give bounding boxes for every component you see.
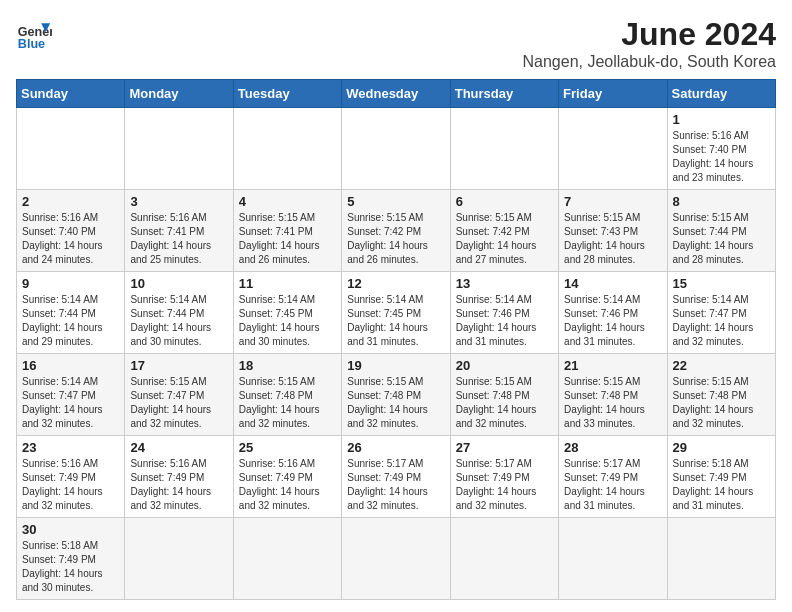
day-number: 21 [564, 358, 661, 373]
day-info: Sunrise: 5:16 AM Sunset: 7:40 PM Dayligh… [22, 211, 119, 267]
day-info: Sunrise: 5:18 AM Sunset: 7:49 PM Dayligh… [673, 457, 770, 513]
day-info: Sunrise: 5:15 AM Sunset: 7:48 PM Dayligh… [564, 375, 661, 431]
title-area: June 2024 Nangen, Jeollabuk-do, South Ko… [522, 16, 776, 71]
day-number: 6 [456, 194, 553, 209]
day-number: 4 [239, 194, 336, 209]
calendar-day-cell: 18Sunrise: 5:15 AM Sunset: 7:48 PM Dayli… [233, 354, 341, 436]
calendar-day-cell: 24Sunrise: 5:16 AM Sunset: 7:49 PM Dayli… [125, 436, 233, 518]
day-info: Sunrise: 5:16 AM Sunset: 7:49 PM Dayligh… [130, 457, 227, 513]
calendar-day-cell: 9Sunrise: 5:14 AM Sunset: 7:44 PM Daylig… [17, 272, 125, 354]
day-number: 28 [564, 440, 661, 455]
calendar-day-cell: 14Sunrise: 5:14 AM Sunset: 7:46 PM Dayli… [559, 272, 667, 354]
day-number: 26 [347, 440, 444, 455]
day-number: 22 [673, 358, 770, 373]
day-number: 25 [239, 440, 336, 455]
calendar-day-cell: 26Sunrise: 5:17 AM Sunset: 7:49 PM Dayli… [342, 436, 450, 518]
calendar-day-cell: 4Sunrise: 5:15 AM Sunset: 7:41 PM Daylig… [233, 190, 341, 272]
calendar-day-cell: 12Sunrise: 5:14 AM Sunset: 7:45 PM Dayli… [342, 272, 450, 354]
day-info: Sunrise: 5:16 AM Sunset: 7:41 PM Dayligh… [130, 211, 227, 267]
day-info: Sunrise: 5:15 AM Sunset: 7:48 PM Dayligh… [673, 375, 770, 431]
calendar-table: SundayMondayTuesdayWednesdayThursdayFrid… [16, 79, 776, 600]
day-number: 29 [673, 440, 770, 455]
logo: General Blue [16, 16, 52, 52]
calendar-day-cell: 6Sunrise: 5:15 AM Sunset: 7:42 PM Daylig… [450, 190, 558, 272]
day-number: 1 [673, 112, 770, 127]
main-title: June 2024 [522, 16, 776, 53]
day-info: Sunrise: 5:15 AM Sunset: 7:44 PM Dayligh… [673, 211, 770, 267]
calendar-day-cell [233, 518, 341, 600]
calendar-day-cell [559, 518, 667, 600]
day-number: 3 [130, 194, 227, 209]
day-number: 20 [456, 358, 553, 373]
day-info: Sunrise: 5:15 AM Sunset: 7:48 PM Dayligh… [456, 375, 553, 431]
day-info: Sunrise: 5:14 AM Sunset: 7:44 PM Dayligh… [22, 293, 119, 349]
day-info: Sunrise: 5:14 AM Sunset: 7:46 PM Dayligh… [456, 293, 553, 349]
weekday-header-row: SundayMondayTuesdayWednesdayThursdayFrid… [17, 80, 776, 108]
day-info: Sunrise: 5:14 AM Sunset: 7:46 PM Dayligh… [564, 293, 661, 349]
day-info: Sunrise: 5:16 AM Sunset: 7:40 PM Dayligh… [673, 129, 770, 185]
calendar-day-cell: 13Sunrise: 5:14 AM Sunset: 7:46 PM Dayli… [450, 272, 558, 354]
day-info: Sunrise: 5:16 AM Sunset: 7:49 PM Dayligh… [239, 457, 336, 513]
calendar-day-cell: 19Sunrise: 5:15 AM Sunset: 7:48 PM Dayli… [342, 354, 450, 436]
day-info: Sunrise: 5:15 AM Sunset: 7:42 PM Dayligh… [456, 211, 553, 267]
day-info: Sunrise: 5:15 AM Sunset: 7:48 PM Dayligh… [347, 375, 444, 431]
calendar-day-cell: 21Sunrise: 5:15 AM Sunset: 7:48 PM Dayli… [559, 354, 667, 436]
day-info: Sunrise: 5:14 AM Sunset: 7:47 PM Dayligh… [673, 293, 770, 349]
logo-icon: General Blue [16, 16, 52, 52]
weekday-header-thursday: Thursday [450, 80, 558, 108]
calendar-day-cell [17, 108, 125, 190]
day-number: 24 [130, 440, 227, 455]
calendar-day-cell: 11Sunrise: 5:14 AM Sunset: 7:45 PM Dayli… [233, 272, 341, 354]
day-info: Sunrise: 5:18 AM Sunset: 7:49 PM Dayligh… [22, 539, 119, 595]
day-number: 18 [239, 358, 336, 373]
calendar-week-0: 1Sunrise: 5:16 AM Sunset: 7:40 PM Daylig… [17, 108, 776, 190]
weekday-header-sunday: Sunday [17, 80, 125, 108]
weekday-header-saturday: Saturday [667, 80, 775, 108]
calendar-day-cell: 8Sunrise: 5:15 AM Sunset: 7:44 PM Daylig… [667, 190, 775, 272]
day-number: 10 [130, 276, 227, 291]
day-info: Sunrise: 5:15 AM Sunset: 7:48 PM Dayligh… [239, 375, 336, 431]
day-number: 17 [130, 358, 227, 373]
weekday-header-monday: Monday [125, 80, 233, 108]
calendar-body: 1Sunrise: 5:16 AM Sunset: 7:40 PM Daylig… [17, 108, 776, 600]
day-number: 23 [22, 440, 119, 455]
calendar-day-cell [342, 518, 450, 600]
day-info: Sunrise: 5:15 AM Sunset: 7:41 PM Dayligh… [239, 211, 336, 267]
day-info: Sunrise: 5:15 AM Sunset: 7:47 PM Dayligh… [130, 375, 227, 431]
calendar-day-cell: 29Sunrise: 5:18 AM Sunset: 7:49 PM Dayli… [667, 436, 775, 518]
calendar-day-cell [342, 108, 450, 190]
calendar-week-4: 23Sunrise: 5:16 AM Sunset: 7:49 PM Dayli… [17, 436, 776, 518]
weekday-header-friday: Friday [559, 80, 667, 108]
calendar-day-cell [125, 518, 233, 600]
day-number: 11 [239, 276, 336, 291]
calendar-day-cell: 22Sunrise: 5:15 AM Sunset: 7:48 PM Dayli… [667, 354, 775, 436]
calendar-day-cell: 25Sunrise: 5:16 AM Sunset: 7:49 PM Dayli… [233, 436, 341, 518]
day-info: Sunrise: 5:14 AM Sunset: 7:45 PM Dayligh… [347, 293, 444, 349]
day-number: 13 [456, 276, 553, 291]
day-number: 19 [347, 358, 444, 373]
day-info: Sunrise: 5:17 AM Sunset: 7:49 PM Dayligh… [564, 457, 661, 513]
calendar-day-cell: 27Sunrise: 5:17 AM Sunset: 7:49 PM Dayli… [450, 436, 558, 518]
day-info: Sunrise: 5:17 AM Sunset: 7:49 PM Dayligh… [347, 457, 444, 513]
calendar-day-cell: 20Sunrise: 5:15 AM Sunset: 7:48 PM Dayli… [450, 354, 558, 436]
weekday-header-wednesday: Wednesday [342, 80, 450, 108]
day-number: 9 [22, 276, 119, 291]
calendar-week-1: 2Sunrise: 5:16 AM Sunset: 7:40 PM Daylig… [17, 190, 776, 272]
sub-title: Nangen, Jeollabuk-do, South Korea [522, 53, 776, 71]
calendar-day-cell: 28Sunrise: 5:17 AM Sunset: 7:49 PM Dayli… [559, 436, 667, 518]
day-info: Sunrise: 5:15 AM Sunset: 7:42 PM Dayligh… [347, 211, 444, 267]
day-number: 8 [673, 194, 770, 209]
calendar-day-cell: 3Sunrise: 5:16 AM Sunset: 7:41 PM Daylig… [125, 190, 233, 272]
day-info: Sunrise: 5:17 AM Sunset: 7:49 PM Dayligh… [456, 457, 553, 513]
day-number: 5 [347, 194, 444, 209]
calendar-day-cell: 23Sunrise: 5:16 AM Sunset: 7:49 PM Dayli… [17, 436, 125, 518]
calendar-day-cell: 5Sunrise: 5:15 AM Sunset: 7:42 PM Daylig… [342, 190, 450, 272]
calendar-day-cell: 2Sunrise: 5:16 AM Sunset: 7:40 PM Daylig… [17, 190, 125, 272]
day-number: 30 [22, 522, 119, 537]
weekday-header-tuesday: Tuesday [233, 80, 341, 108]
calendar-day-cell [559, 108, 667, 190]
calendar-week-2: 9Sunrise: 5:14 AM Sunset: 7:44 PM Daylig… [17, 272, 776, 354]
day-number: 15 [673, 276, 770, 291]
svg-text:Blue: Blue [18, 37, 45, 51]
day-info: Sunrise: 5:14 AM Sunset: 7:45 PM Dayligh… [239, 293, 336, 349]
